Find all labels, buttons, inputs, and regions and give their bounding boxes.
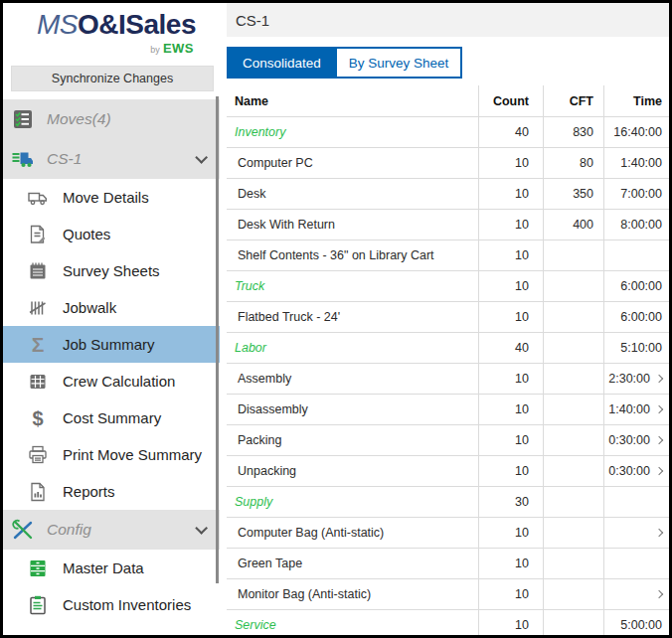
column-header-count: Count [478,85,543,116]
row-time-value: 8:00:00 [620,218,662,232]
sidebar-group-label: Moves(4) [47,110,111,128]
app-window: MSO&ISales byEWS Synchronize Changes Mov… [0,0,672,638]
row-time [603,240,669,270]
sidebar-item-job-summary[interactable]: Σ Job Summary [3,326,220,363]
chevron-right-icon[interactable] [655,529,663,537]
sidebar-group-label: Config [47,521,91,539]
sidebar-item-reports[interactable]: Reports [3,473,220,510]
table-row[interactable]: Computer PC 10 80 1:40:00 [227,147,669,178]
row-cft [543,487,603,517]
row-count: 10 [478,240,543,270]
sidebar-item-label: Jobwalk [63,299,116,316]
row-time-value: 1:40:00 [620,156,662,170]
table-row[interactable]: Unpacking 10 0:30:00 [227,455,669,486]
sidebar-item-survey-sheets[interactable]: Survey Sheets [3,252,220,289]
chevron-right-icon[interactable] [655,405,663,413]
table-row[interactable]: Disassembly 10 1:40:00 [227,394,669,424]
table-row[interactable]: Desk With Return 10 400 8:00:00 [227,209,669,239]
row-time-value: 16:40:00 [613,125,662,139]
row-count: 10 [478,579,543,609]
sidebar-item-print-move-summary[interactable]: Print Move Summary [3,436,220,473]
sidebar: MSO&ISales byEWS Synchronize Changes Mov… [3,3,220,635]
sidebar-item-cost-summary[interactable]: $ Cost Summary [3,399,220,436]
table-row[interactable]: Labor 40 5:10:00 [227,332,669,363]
sidebar-item-label: Print Move Summary [63,446,202,463]
row-time: 8:00:00 [603,210,669,239]
truck-color-icon [11,147,35,171]
chevron-right-icon[interactable] [655,375,663,383]
row-time-value: 2:30:00 [608,372,650,386]
row-time: 16:40:00 [603,117,669,147]
table-row[interactable]: Truck 10 6:00:00 [227,270,669,301]
table-header-row: Name Count CFT Time [227,85,669,116]
chevron-right-icon[interactable] [655,467,663,475]
table-row[interactable]: Packing 10 0:30:00 [227,424,669,455]
row-count: 10 [478,364,543,394]
table-row[interactable]: Inventory 40 830 16:40:00 [227,116,669,147]
row-count: 40 [478,117,543,147]
row-cft [543,271,603,301]
row-time-value: 5:10:00 [620,341,662,355]
row-time: 1:40:00 [603,148,669,178]
main-content: CS-1 Consolidated By Survey Sheet Name C… [220,3,669,635]
chevron-down-icon[interactable] [195,151,208,164]
chevron-right-icon[interactable] [655,436,663,444]
row-cft [543,333,603,363]
row-time [603,518,669,548]
tools-icon [11,518,35,542]
row-time [603,579,669,609]
quote-document-icon [26,224,50,245]
sidebar-item-label: Master Data [63,559,144,576]
table-row[interactable]: Computer Bag (Anti-static) 10 [227,517,669,548]
row-time-value: 5:00:00 [620,618,662,632]
table-row[interactable]: Monitor Bag (Anti-static) 10 [227,578,669,609]
chevron-right-icon[interactable] [655,590,663,598]
chevron-down-icon[interactable] [195,522,208,535]
tab-by-survey-sheet[interactable]: By Survey Sheet [337,47,463,79]
table-row[interactable]: Assembly 10 2:30:00 [227,363,669,394]
row-time: 7:00:00 [603,179,669,209]
row-cft: 350 [543,179,603,209]
synchronize-changes-button[interactable]: Synchronize Changes [11,66,214,91]
sidebar-group-cs1[interactable]: CS-1 [3,139,220,179]
sidebar-item-custom-inventories[interactable]: Custom Inventories [3,586,220,623]
sidebar-item-move-details[interactable]: Move Details [3,179,220,216]
row-name: Disassembly [227,395,478,424]
row-name: Green Tape [227,549,478,578]
tab-consolidated[interactable]: Consolidated [227,47,337,79]
sidebar-scrollbar[interactable] [216,96,219,583]
table-row[interactable]: Green Tape 10 [227,548,669,578]
sidebar-item-label: Custom Inventories [63,596,191,613]
sidebar-item-master-data[interactable]: Master Data [3,550,220,586]
row-name: Labor [227,333,478,363]
table-row[interactable]: Flatbed Truck - 24' 10 6:00:00 [227,301,669,332]
row-name: Shelf Contents - 36" on Library Cart [227,240,478,270]
table-row[interactable]: Service 10 5:00:00 [227,609,669,635]
row-count: 10 [478,395,543,424]
table-row[interactable]: Desk 10 350 7:00:00 [227,178,669,209]
row-cft [543,395,603,424]
sidebar-item-jobwalk[interactable]: Jobwalk [3,289,220,326]
job-summary-table: Name Count CFT Time Inventory 40 830 16:… [227,85,669,635]
sidebar-group-config[interactable]: Config [3,510,220,550]
sidebar-item-crew-calculation[interactable]: Crew Calculation [3,363,220,399]
row-name: Flatbed Truck - 24' [227,302,478,332]
row-name: Monitor Bag (Anti-static) [227,579,478,609]
row-count: 10 [478,518,543,548]
row-name: Service [227,610,478,635]
sidebar-group-moves[interactable]: Moves(4) [3,99,220,139]
page-header: CS-1 [227,3,669,37]
row-count: 30 [478,487,543,517]
row-count: 10 [478,210,543,239]
sigma-icon: Σ [26,334,50,355]
row-time-value: 1:40:00 [608,402,650,416]
sidebar-item-quotes[interactable]: Quotes [3,216,220,252]
row-name: Supply [227,487,478,517]
row-cft: 400 [543,210,603,239]
row-time: 0:30:00 [603,425,669,455]
sidebar-group-label: CS-1 [47,150,82,168]
table-row[interactable]: Shelf Contents - 36" on Library Cart 10 [227,239,669,270]
drawers-icon [26,558,50,579]
table-row[interactable]: Supply 30 [227,486,669,517]
row-time: 6:00:00 [603,271,669,301]
